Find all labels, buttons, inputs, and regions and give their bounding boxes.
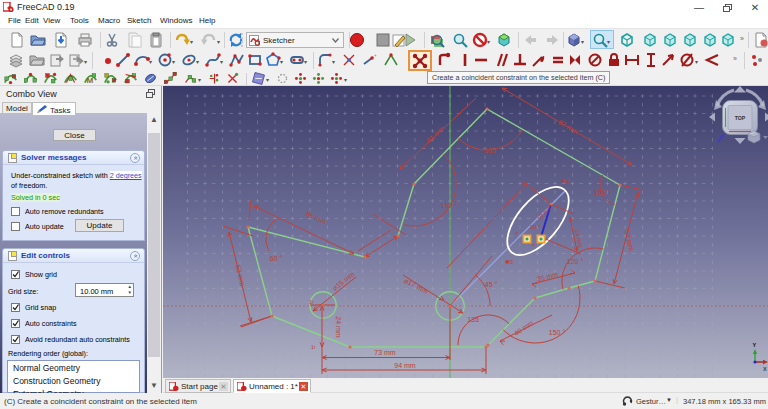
svg-text:×: × (515, 230, 519, 236)
svg-text:×: × (532, 242, 536, 248)
svg-text:30 °: 30 ° (530, 224, 541, 230)
svg-text:✱≡: ✱≡ (561, 178, 570, 184)
svg-text:TOP: TOP (735, 115, 746, 121)
svg-text:✱≡: ✱≡ (505, 259, 514, 265)
svg-text:120 °: 120 ° (567, 258, 584, 265)
svg-text:M: M (86, 76, 93, 85)
svg-text:1r: 1r (311, 344, 316, 350)
svg-text:94 mm: 94 mm (394, 362, 416, 369)
svg-text:X: X (763, 366, 767, 372)
svg-text:73 mm: 73 mm (374, 349, 396, 356)
svg-text:45 °: 45 ° (485, 281, 498, 288)
svg-text:1r: 1r (309, 299, 314, 305)
svg-text:24 mm: 24 mm (335, 316, 342, 338)
svg-text:150 °: 150 ° (549, 329, 566, 336)
svg-text:Y: Y (753, 342, 757, 348)
svg-text:60 °: 60 ° (270, 255, 283, 262)
svg-text:150 °: 150 ° (441, 202, 458, 209)
svg-text:135: 135 (467, 316, 479, 323)
svg-text:105: 105 (484, 147, 496, 154)
svg-text:105 °: 105 ° (594, 189, 611, 196)
